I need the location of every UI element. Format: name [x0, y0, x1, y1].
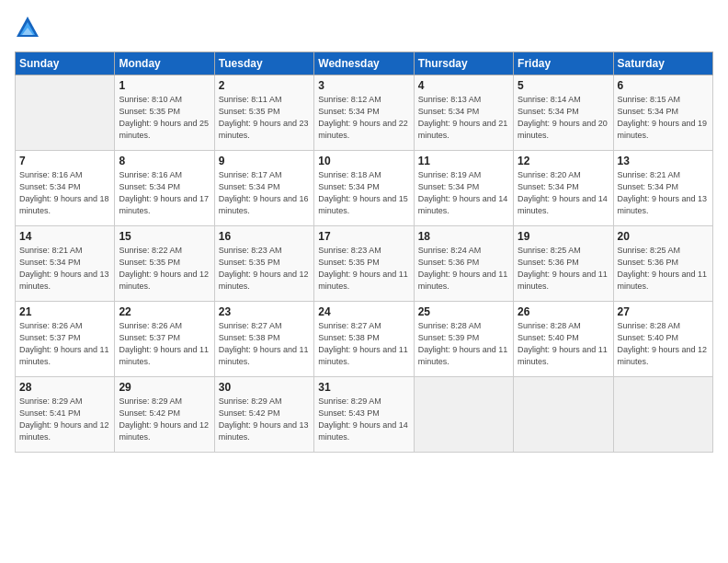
calendar-cell-w0-d6: 6Sunrise: 8:15 AM Sunset: 5:34 PM Daylig… — [613, 75, 712, 151]
calendar-cell-w0-d0 — [16, 75, 115, 151]
calendar-cell-w1-d1: 8Sunrise: 8:16 AM Sunset: 5:34 PM Daylig… — [115, 151, 214, 226]
weekday-header-wednesday: Wednesday — [314, 52, 414, 75]
calendar-week-3: 21Sunrise: 8:26 AM Sunset: 5:37 PM Dayli… — [16, 302, 713, 377]
day-info: Sunrise: 8:15 AM Sunset: 5:34 PM Dayligh… — [618, 94, 709, 142]
weekday-header-row: SundayMondayTuesdayWednesdayThursdayFrid… — [16, 52, 713, 75]
day-info: Sunrise: 8:10 AM Sunset: 5:35 PM Dayligh… — [119, 94, 210, 142]
calendar-cell-w1-d6: 13Sunrise: 8:21 AM Sunset: 5:34 PM Dayli… — [613, 151, 712, 226]
day-info: Sunrise: 8:11 AM Sunset: 5:35 PM Dayligh… — [219, 94, 310, 142]
calendar-cell-w4-d0: 28Sunrise: 8:29 AM Sunset: 5:41 PM Dayli… — [16, 377, 115, 453]
day-info: Sunrise: 8:27 AM Sunset: 5:38 PM Dayligh… — [318, 320, 409, 368]
calendar-cell-w4-d2: 30Sunrise: 8:29 AM Sunset: 5:42 PM Dayli… — [214, 377, 313, 453]
day-info: Sunrise: 8:16 AM Sunset: 5:34 PM Dayligh… — [19, 169, 110, 217]
calendar-cell-w4-d1: 29Sunrise: 8:29 AM Sunset: 5:42 PM Dayli… — [115, 377, 214, 453]
day-info: Sunrise: 8:21 AM Sunset: 5:34 PM Dayligh… — [618, 169, 709, 217]
day-info: Sunrise: 8:29 AM Sunset: 5:42 PM Dayligh… — [119, 396, 210, 443]
day-number: 4 — [418, 79, 509, 92]
calendar-cell-w2-d0: 14Sunrise: 8:21 AM Sunset: 5:34 PM Dayli… — [16, 226, 115, 302]
day-info: Sunrise: 8:16 AM Sunset: 5:34 PM Dayligh… — [119, 169, 210, 217]
calendar-week-1: 7Sunrise: 8:16 AM Sunset: 5:34 PM Daylig… — [16, 151, 713, 226]
calendar-cell-w0-d2: 2Sunrise: 8:11 AM Sunset: 5:35 PM Daylig… — [214, 75, 313, 151]
weekday-header-tuesday: Tuesday — [214, 52, 313, 75]
day-number: 8 — [119, 155, 210, 167]
page-container: SundayMondayTuesdayWednesdayThursdayFrid… — [0, 0, 728, 563]
day-number: 11 — [418, 155, 509, 167]
day-number: 5 — [518, 79, 609, 92]
calendar-cell-w3-d6: 27Sunrise: 8:28 AM Sunset: 5:40 PM Dayli… — [613, 302, 712, 377]
day-number: 13 — [618, 155, 709, 167]
day-number: 1 — [119, 79, 210, 92]
weekday-header-sunday: Sunday — [16, 52, 115, 75]
day-info: Sunrise: 8:25 AM Sunset: 5:36 PM Dayligh… — [618, 245, 709, 293]
day-info: Sunrise: 8:27 AM Sunset: 5:38 PM Dayligh… — [219, 320, 310, 368]
day-number: 30 — [219, 381, 310, 394]
day-info: Sunrise: 8:19 AM Sunset: 5:34 PM Dayligh… — [418, 169, 509, 217]
day-info: Sunrise: 8:28 AM Sunset: 5:39 PM Dayligh… — [418, 320, 509, 368]
calendar-cell-w0-d5: 5Sunrise: 8:14 AM Sunset: 5:34 PM Daylig… — [514, 75, 613, 151]
day-number: 27 — [618, 305, 709, 318]
day-info: Sunrise: 8:20 AM Sunset: 5:34 PM Dayligh… — [518, 169, 609, 217]
calendar-cell-w0-d1: 1Sunrise: 8:10 AM Sunset: 5:35 PM Daylig… — [115, 75, 214, 151]
day-number: 21 — [19, 305, 110, 318]
day-number: 3 — [318, 79, 409, 92]
day-info: Sunrise: 8:23 AM Sunset: 5:35 PM Dayligh… — [318, 245, 409, 293]
calendar-cell-w3-d4: 25Sunrise: 8:28 AM Sunset: 5:39 PM Dayli… — [414, 302, 513, 377]
day-info: Sunrise: 8:25 AM Sunset: 5:36 PM Dayligh… — [518, 245, 609, 293]
calendar-cell-w2-d3: 17Sunrise: 8:23 AM Sunset: 5:35 PM Dayli… — [314, 226, 414, 302]
calendar-header: SundayMondayTuesdayWednesdayThursdayFrid… — [16, 52, 713, 75]
calendar-week-0: 1Sunrise: 8:10 AM Sunset: 5:35 PM Daylig… — [16, 75, 713, 151]
day-info: Sunrise: 8:29 AM Sunset: 5:42 PM Dayligh… — [219, 396, 310, 443]
calendar-cell-w3-d1: 22Sunrise: 8:26 AM Sunset: 5:37 PM Dayli… — [115, 302, 214, 377]
calendar-cell-w1-d3: 10Sunrise: 8:18 AM Sunset: 5:34 PM Dayli… — [314, 151, 414, 226]
day-info: Sunrise: 8:28 AM Sunset: 5:40 PM Dayligh… — [618, 320, 709, 368]
logo-icon — [15, 15, 40, 40]
weekday-header-friday: Friday — [514, 52, 613, 75]
day-info: Sunrise: 8:17 AM Sunset: 5:34 PM Dayligh… — [219, 169, 310, 217]
day-info: Sunrise: 8:12 AM Sunset: 5:34 PM Dayligh… — [318, 94, 409, 142]
calendar-cell-w3-d0: 21Sunrise: 8:26 AM Sunset: 5:37 PM Dayli… — [16, 302, 115, 377]
calendar-body: 1Sunrise: 8:10 AM Sunset: 5:35 PM Daylig… — [16, 75, 713, 453]
day-info: Sunrise: 8:23 AM Sunset: 5:35 PM Dayligh… — [219, 245, 310, 293]
calendar-cell-w1-d4: 11Sunrise: 8:19 AM Sunset: 5:34 PM Dayli… — [414, 151, 513, 226]
day-number: 20 — [618, 230, 709, 243]
day-info: Sunrise: 8:21 AM Sunset: 5:34 PM Dayligh… — [19, 245, 110, 293]
day-number: 18 — [418, 230, 509, 243]
calendar-cell-w4-d5 — [514, 377, 613, 453]
day-info: Sunrise: 8:29 AM Sunset: 5:43 PM Dayligh… — [318, 396, 409, 443]
day-number: 31 — [318, 381, 409, 394]
calendar-cell-w4-d3: 31Sunrise: 8:29 AM Sunset: 5:43 PM Dayli… — [314, 377, 414, 453]
day-number: 10 — [318, 155, 409, 167]
calendar-cell-w2-d6: 20Sunrise: 8:25 AM Sunset: 5:36 PM Dayli… — [613, 226, 712, 302]
calendar-table: SundayMondayTuesdayWednesdayThursdayFrid… — [15, 52, 713, 453]
day-number: 19 — [518, 230, 609, 243]
day-number: 28 — [19, 381, 110, 394]
calendar-week-4: 28Sunrise: 8:29 AM Sunset: 5:41 PM Dayli… — [16, 377, 713, 453]
logo — [15, 15, 44, 40]
day-info: Sunrise: 8:14 AM Sunset: 5:34 PM Dayligh… — [518, 94, 609, 142]
calendar-cell-w0-d3: 3Sunrise: 8:12 AM Sunset: 5:34 PM Daylig… — [314, 75, 414, 151]
calendar-cell-w1-d5: 12Sunrise: 8:20 AM Sunset: 5:34 PM Dayli… — [514, 151, 613, 226]
weekday-header-saturday: Saturday — [613, 52, 712, 75]
calendar-cell-w1-d2: 9Sunrise: 8:17 AM Sunset: 5:34 PM Daylig… — [214, 151, 313, 226]
day-info: Sunrise: 8:24 AM Sunset: 5:36 PM Dayligh… — [418, 245, 509, 293]
day-info: Sunrise: 8:29 AM Sunset: 5:41 PM Dayligh… — [19, 396, 110, 443]
calendar-cell-w3-d5: 26Sunrise: 8:28 AM Sunset: 5:40 PM Dayli… — [514, 302, 613, 377]
day-info: Sunrise: 8:18 AM Sunset: 5:34 PM Dayligh… — [318, 169, 409, 217]
day-info: Sunrise: 8:26 AM Sunset: 5:37 PM Dayligh… — [19, 320, 110, 368]
day-number: 16 — [219, 230, 310, 243]
day-number: 9 — [219, 155, 310, 167]
calendar-cell-w2-d5: 19Sunrise: 8:25 AM Sunset: 5:36 PM Dayli… — [514, 226, 613, 302]
header — [15, 15, 713, 40]
calendar-cell-w0-d4: 4Sunrise: 8:13 AM Sunset: 5:34 PM Daylig… — [414, 75, 513, 151]
calendar-cell-w2-d2: 16Sunrise: 8:23 AM Sunset: 5:35 PM Dayli… — [214, 226, 313, 302]
day-number: 12 — [518, 155, 609, 167]
calendar-cell-w1-d0: 7Sunrise: 8:16 AM Sunset: 5:34 PM Daylig… — [16, 151, 115, 226]
day-number: 15 — [119, 230, 210, 243]
calendar-cell-w2-d4: 18Sunrise: 8:24 AM Sunset: 5:36 PM Dayli… — [414, 226, 513, 302]
day-number: 2 — [219, 79, 310, 92]
day-number: 29 — [119, 381, 210, 394]
day-number: 22 — [119, 305, 210, 318]
day-number: 7 — [19, 155, 110, 167]
day-info: Sunrise: 8:13 AM Sunset: 5:34 PM Dayligh… — [418, 94, 509, 142]
day-number: 6 — [618, 79, 709, 92]
